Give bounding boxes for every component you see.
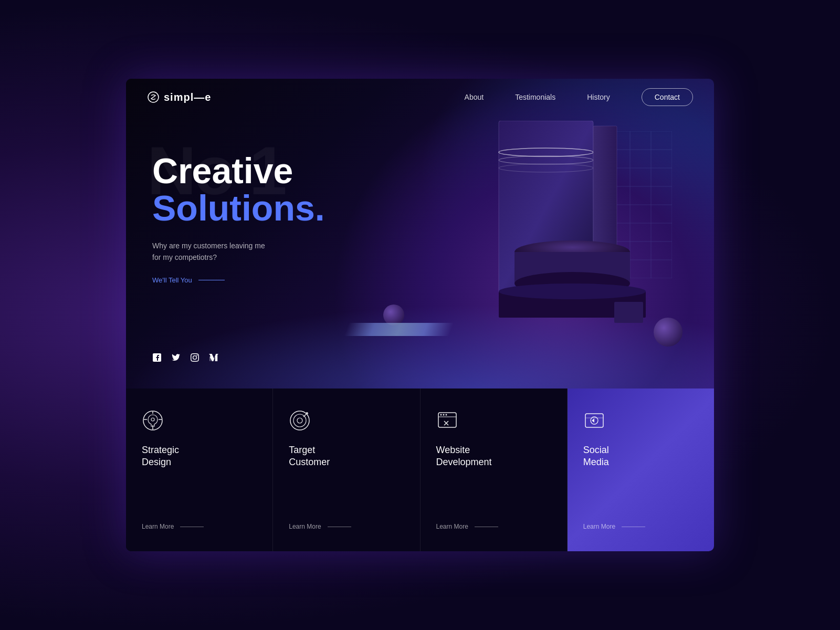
medium-icon[interactable] (209, 353, 218, 362)
svg-point-38 (297, 418, 302, 423)
svg-point-27 (499, 284, 646, 299)
cta-line (198, 280, 225, 280)
service-card-social-media: Social Media Learn More (568, 388, 714, 551)
strategic-design-learn-more[interactable]: Learn More (142, 523, 204, 530)
sphere-left (383, 304, 404, 326)
hero-subtitle: Why are my customers leaving me for my c… (152, 240, 268, 264)
learn-line (475, 527, 498, 527)
website-dev-learn-more[interactable]: Learn More (436, 523, 498, 530)
nav-link-testimonials[interactable]: Testimonials (515, 93, 555, 101)
hero-title-creative: Creative (152, 152, 325, 190)
social-icons (152, 353, 218, 362)
social-media-learn-more[interactable]: Learn More (583, 523, 645, 530)
service-card-target-customer: Target Customer Learn More (273, 388, 420, 551)
social-media-icon (583, 410, 605, 432)
contact-button[interactable]: Contact (642, 88, 693, 106)
navbar: simpl—e About Testimonials History Conta… (126, 79, 714, 116)
service-card-website-dev: Website Development Learn More (421, 388, 568, 551)
learn-line (180, 527, 204, 527)
facebook-icon[interactable] (152, 353, 162, 362)
podium-3d (499, 210, 646, 357)
strategic-design-icon (142, 410, 164, 432)
nav-link-history[interactable]: History (587, 93, 610, 101)
website-dev-icon (436, 410, 458, 432)
instagram-icon[interactable] (190, 353, 200, 362)
hero-section: simpl—e About Testimonials History Conta… (126, 79, 714, 388)
learn-line (622, 527, 645, 527)
target-customer-title: Target Customer (289, 444, 404, 469)
target-customer-learn-more[interactable]: Learn More (289, 523, 351, 530)
service-card-strategic-design: Strategic Design Learn More (126, 388, 273, 551)
light-ribbon (344, 323, 454, 336)
svg-rect-28 (614, 302, 643, 323)
logo-text: simpl—e (164, 91, 211, 103)
nav-links: About Testimonials History Contact (465, 88, 693, 106)
social-media-title: Social Media (583, 444, 698, 469)
svg-point-46 (445, 414, 447, 416)
svg-point-45 (443, 414, 444, 416)
logo-icon (147, 91, 160, 103)
hero-content: No 1 Creative Solutions. Why are my cust… (152, 152, 325, 284)
sphere-right (654, 318, 682, 346)
logo[interactable]: simpl—e (147, 91, 211, 103)
svg-point-31 (151, 418, 154, 421)
browser-window: simpl—e About Testimonials History Conta… (126, 79, 714, 551)
nav-link-about[interactable]: About (465, 93, 484, 101)
services-section: Strategic Design Learn More Target Custo… (126, 388, 714, 551)
twitter-icon[interactable] (171, 353, 181, 362)
strategic-design-title: Strategic Design (142, 444, 257, 469)
svg-point-44 (440, 414, 442, 416)
hero-title-solutions: Solutions. (152, 190, 325, 227)
cta-label: We'll Tell You (152, 276, 192, 284)
hero-cta[interactable]: We'll Tell You (152, 276, 325, 284)
website-dev-title: Website Development (436, 444, 551, 469)
target-customer-icon (289, 410, 311, 432)
learn-line (328, 527, 351, 527)
